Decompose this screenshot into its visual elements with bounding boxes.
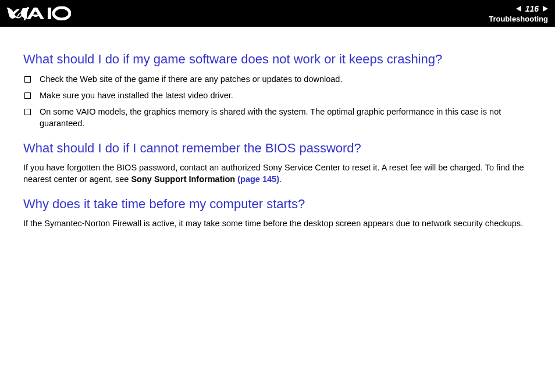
page-number: 116 bbox=[524, 4, 540, 13]
svg-rect-1 bbox=[48, 8, 51, 19]
svg-point-2 bbox=[54, 8, 70, 19]
question-heading-2: What should I do if I cannot remember th… bbox=[23, 140, 539, 156]
body-paragraph: If you have forgotten the BIOS password,… bbox=[23, 162, 539, 186]
bullet-list-1: Check the Web site of the game if there … bbox=[23, 73, 539, 130]
page-link[interactable]: (page 145) bbox=[237, 174, 279, 184]
page-header: ✔❘○ 116 Troubleshooting bbox=[0, 0, 555, 27]
header-right: 116 Troubleshooting bbox=[489, 4, 548, 23]
next-page-icon[interactable] bbox=[543, 6, 548, 12]
page-nav: 116 bbox=[516, 4, 548, 13]
page-content: What should I do if my game software doe… bbox=[0, 27, 555, 230]
question-heading-1: What should I do if my game software doe… bbox=[23, 51, 539, 67]
list-item: Check the Web site of the game if there … bbox=[23, 73, 539, 85]
list-item: Make sure you have installed the latest … bbox=[23, 90, 539, 101]
prev-page-icon[interactable] bbox=[516, 6, 521, 12]
question-heading-3: Why does it take time before my computer… bbox=[23, 196, 539, 212]
vaio-logo: ✔❘○ bbox=[7, 6, 71, 20]
section-label: Troubleshooting bbox=[489, 15, 548, 23]
bold-text: Sony Support Information bbox=[131, 174, 237, 184]
body-paragraph: If the Symantec-Norton Firewall is activ… bbox=[23, 218, 539, 229]
text-span: . bbox=[279, 174, 282, 184]
list-item: On some VAIO models, the graphics memory… bbox=[23, 106, 539, 130]
